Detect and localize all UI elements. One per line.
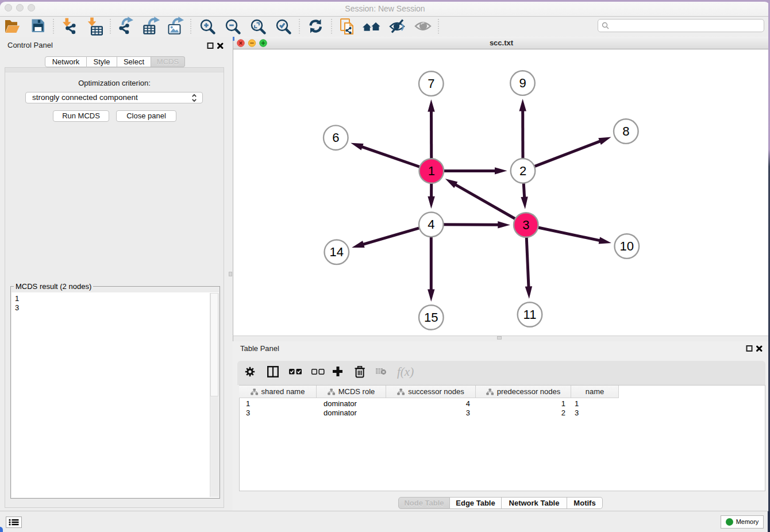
- svg-text:6: 6: [332, 130, 339, 145]
- svg-text:9: 9: [519, 76, 526, 90]
- svg-text:10: 10: [620, 239, 634, 253]
- svg-text:3: 3: [522, 218, 529, 232]
- svg-text:1: 1: [428, 164, 435, 178]
- svg-text:15: 15: [424, 310, 438, 325]
- svg-text:2: 2: [519, 164, 526, 178]
- svg-text:14: 14: [330, 245, 344, 259]
- svg-text:11: 11: [523, 307, 537, 322]
- svg-text:f(x): f(x): [397, 365, 414, 379]
- svg-text:7: 7: [428, 76, 434, 91]
- svg-text:4: 4: [428, 217, 434, 232]
- svg-text:8: 8: [622, 124, 629, 138]
